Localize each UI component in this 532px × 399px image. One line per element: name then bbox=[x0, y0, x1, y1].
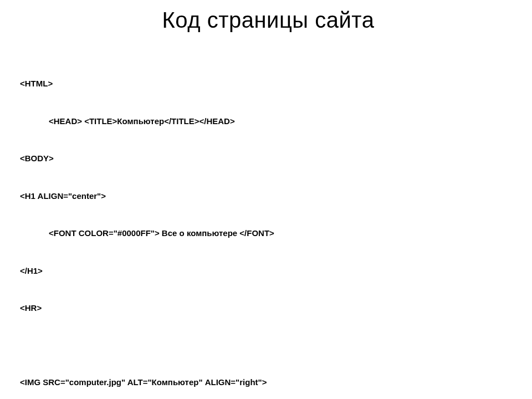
code-line: <BODY> bbox=[20, 152, 516, 165]
code-line: <HEAD> <TITLE>Компьютер</TITLE></HEAD> bbox=[20, 115, 516, 128]
code-line: <IMG SRC="computer.jpg" ALT="Компьютер" … bbox=[20, 376, 516, 389]
code-line: <FONT COLOR="#0000FF"> Все о компьютере … bbox=[20, 227, 516, 240]
slide: Код страницы сайта <HTML> <HEAD> <TITLE>… bbox=[0, 8, 532, 399]
code-line: <H1 ALIGN="center"> bbox=[20, 190, 516, 203]
slide-title: Код страницы сайта bbox=[20, 8, 516, 33]
code-block: <HTML> <HEAD> <TITLE>Компьютер</TITLE></… bbox=[20, 53, 516, 399]
code-line: </H1> bbox=[20, 265, 516, 278]
code-line: <HTML> bbox=[20, 78, 516, 90]
blank-line bbox=[20, 340, 516, 351]
code-line: <HR> bbox=[20, 302, 516, 315]
